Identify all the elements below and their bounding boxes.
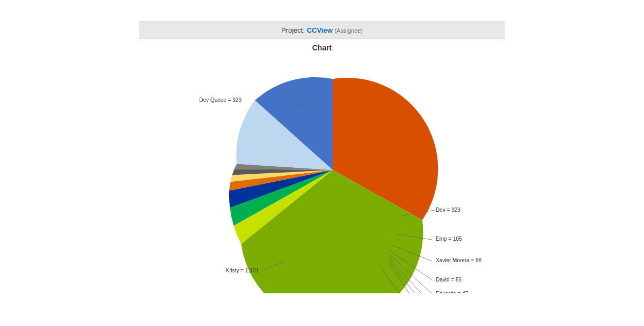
chart-title: Chart (312, 43, 332, 52)
pie-chart-svg: Dev Queue = 929 Dev = 929 Emp = 105 Xavi… (134, 57, 510, 293)
label-dev-queue: Dev Queue = 929 (199, 97, 241, 103)
label-david: David = 86 (436, 277, 462, 283)
label-kristy: Kristy = 1,101 (226, 268, 259, 273)
label-emp: Emp = 105 (436, 236, 462, 242)
assignee-text: (Assignee) (334, 27, 363, 34)
chart-area: Dev Queue = 929 Dev = 929 Emp = 105 Xavi… (134, 57, 510, 293)
label-xavier: Xavier Morera = 98 (436, 257, 482, 263)
label-eduardo: Eduardo = 47 (436, 291, 469, 293)
project-label: Project: (281, 26, 305, 34)
label-dev: Dev = 929 (436, 207, 460, 213)
header-bar: Project: CCView (Assignee) (140, 21, 504, 39)
project-link[interactable]: CCView (307, 26, 333, 34)
page-container: Project: CCView (Assignee) Chart (0, 0, 644, 326)
